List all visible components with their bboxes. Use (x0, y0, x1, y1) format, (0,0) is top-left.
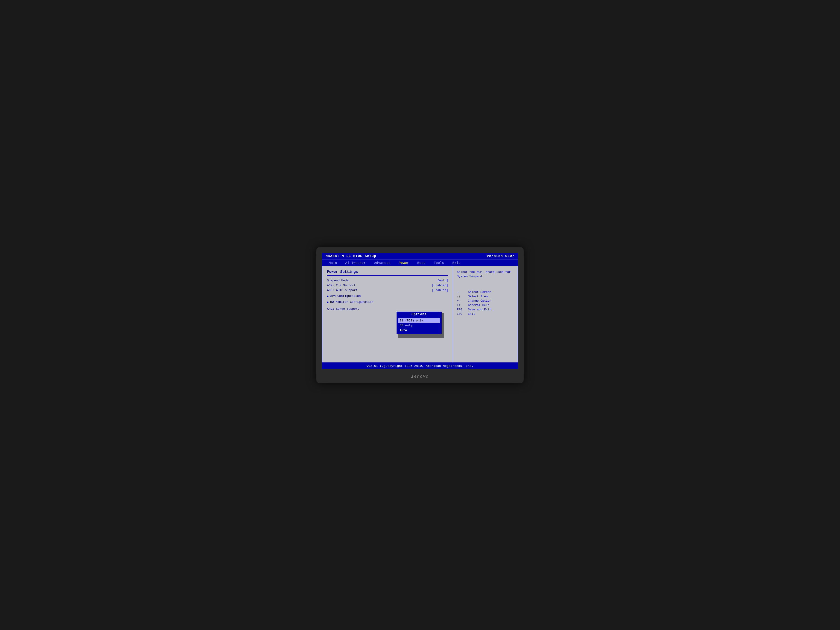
key-f1: F1 General Help (457, 303, 514, 307)
options-title: Options (396, 311, 442, 317)
nav-tools[interactable]: Tools (429, 261, 448, 265)
key-f1-code: F1 (457, 303, 466, 307)
section-title: Power Settings (327, 270, 448, 274)
setting-label-suspend: Suspend Mode (327, 279, 349, 282)
screen: M4A88T-M LE BIOS Setup Version 0307 Main… (322, 253, 518, 369)
option-auto[interactable]: Auto (398, 328, 440, 333)
key-select-item: ↑↓ Select Item (457, 295, 514, 298)
hw-arrow-icon: ▶ (327, 300, 329, 304)
key-updown: ↑↓ (457, 295, 466, 298)
bios-version: Version 0307 (487, 254, 515, 258)
submenu-hw-monitor[interactable]: ▶ HW Monitor Configuration (327, 300, 448, 304)
setting-suspend-mode[interactable]: Suspend Mode [Auto] (327, 279, 448, 282)
help-text: Select the ACPI state used for System Su… (457, 270, 514, 279)
submenu-hw-label: HW Monitor Configuration (330, 300, 373, 304)
footer-bar: v02.61 (C)Copyright 1985-2010, American … (322, 363, 518, 369)
right-panel-inner: Select the ACPI state used for System Su… (457, 270, 514, 359)
setting-value-suspend: [Auto] (437, 279, 448, 282)
key-esc-code: ESC (457, 312, 466, 316)
setting-acpi-apic[interactable]: ACPI APIC support [Enabled] (327, 289, 448, 292)
key-plusminus: +- (457, 299, 466, 303)
key-f10: F10 Save and Exit (457, 308, 514, 311)
key-f10-desc: Save and Exit (468, 308, 491, 311)
key-change-option-desc: Change Option (468, 299, 491, 303)
nav-main[interactable]: Main (325, 261, 341, 265)
nav-advanced[interactable]: Advanced (370, 261, 395, 265)
option-s1[interactable]: S1 (POS) only (398, 318, 440, 323)
monitor: M4A88T-M LE BIOS Setup Version 0307 Main… (316, 247, 524, 383)
content-area: Power Settings Suspend Mode [Auto] ACPI … (322, 266, 518, 363)
bios-container: M4A88T-M LE BIOS Setup Version 0307 Main… (322, 253, 518, 369)
key-change-option: +- Change Option (457, 299, 514, 303)
nav-boot[interactable]: Boot (413, 261, 429, 265)
apm-arrow-icon: ▶ (327, 294, 329, 298)
key-select-screen: ↔ Select Screen (457, 291, 514, 294)
key-select-item-desc: Select Item (468, 295, 488, 298)
divider (327, 275, 448, 276)
key-f10-code: F10 (457, 308, 466, 311)
right-panel: Select the ACPI state used for System Su… (453, 266, 518, 362)
header-bar: M4A88T-M LE BIOS Setup Version 0307 (322, 253, 518, 259)
submenu-apm[interactable]: ▶ APM Configuration (327, 294, 448, 298)
setting-label-acpi20: ACPI 2.0 Support (327, 284, 356, 287)
setting-label-acpiapic: ACPI APIC support (327, 289, 358, 292)
nav-exit[interactable]: Exit (448, 261, 465, 265)
setting-value-acpiapic: [Enabled] (432, 289, 448, 292)
nav-bar: Main Ai Tweaker Advanced Power Boot Tool… (322, 259, 518, 266)
setting-acpi-20[interactable]: ACPI 2.0 Support [Enabled] (327, 284, 448, 287)
left-panel: Power Settings Suspend Mode [Auto] ACPI … (322, 266, 453, 362)
setting-value-acpi20: [Enabled] (432, 284, 448, 287)
bios-title: M4A88T-M LE BIOS Setup (325, 254, 376, 258)
key-f1-desc: General Help (468, 303, 489, 307)
key-esc: ESC Exit (457, 312, 514, 316)
key-esc-desc: Exit (468, 312, 475, 316)
nav-power[interactable]: Power (395, 261, 413, 265)
options-list: S1 (POS) only S3 only Auto (396, 317, 442, 334)
nav-ai-tweaker[interactable]: Ai Tweaker (341, 261, 370, 265)
anti-surge-label: Anti Surge Support (327, 307, 448, 311)
submenu-apm-label: APM Configuration (330, 294, 361, 298)
option-s3[interactable]: S3 only (398, 323, 440, 328)
monitor-brand: lenovo (411, 374, 429, 379)
keybindings: ↔ Select Screen ↑↓ Select Item +- Change… (457, 291, 514, 317)
key-arrows: ↔ (457, 291, 466, 294)
key-select-screen-desc: Select Screen (468, 291, 491, 294)
footer-text: v02.61 (C)Copyright 1985-2010, American … (366, 364, 474, 368)
options-popup: Options S1 (POS) only S3 only Auto (396, 311, 442, 334)
